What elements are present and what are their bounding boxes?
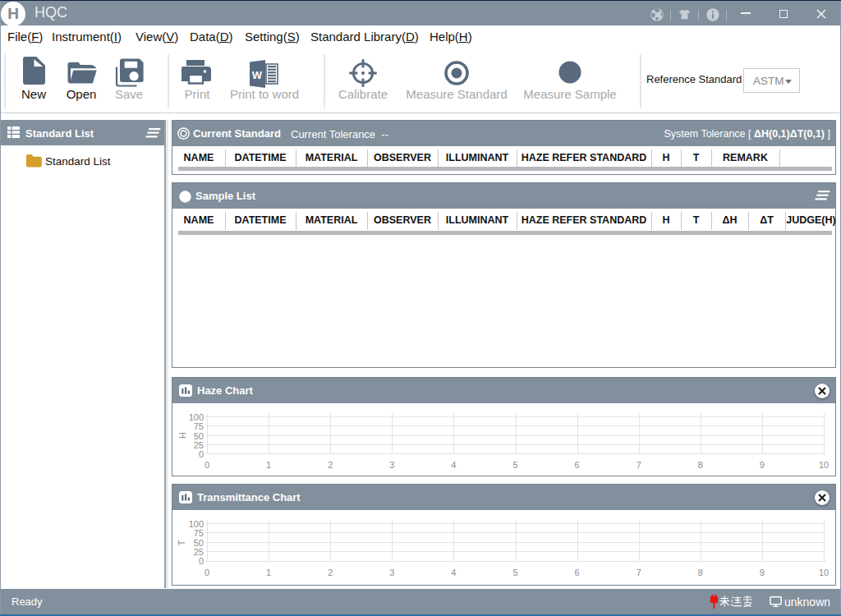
svg-text:W: W: [252, 69, 263, 81]
